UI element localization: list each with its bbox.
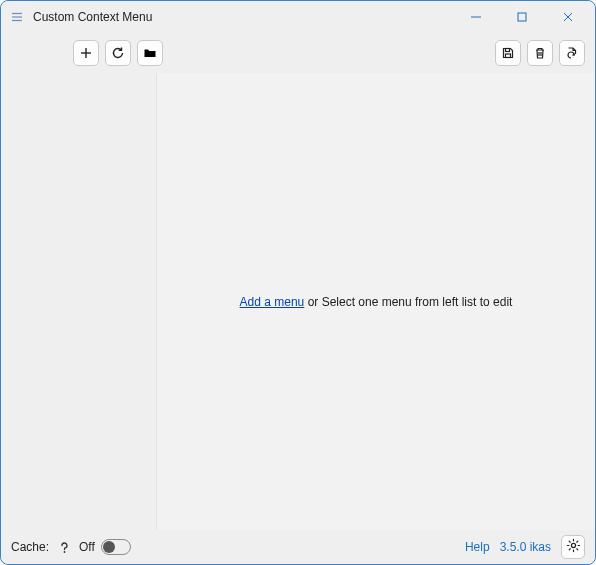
titlebar: Custom Context Menu xyxy=(1,1,595,33)
toolbar-right xyxy=(495,40,585,66)
svg-rect-9 xyxy=(506,49,510,52)
open-folder-button[interactable] xyxy=(137,40,163,66)
rename-button[interactable] xyxy=(559,40,585,66)
app-window: Custom Context Menu xyxy=(0,0,596,565)
window-title: Custom Context Menu xyxy=(33,10,152,24)
add-button[interactable] xyxy=(73,40,99,66)
status-left: Cache: Off xyxy=(11,538,459,556)
toolbar-left xyxy=(73,40,163,66)
cache-toggle[interactable] xyxy=(101,539,131,555)
save-button[interactable] xyxy=(495,40,521,66)
trash-icon xyxy=(533,46,547,60)
titlebar-left: Custom Context Menu xyxy=(9,9,453,25)
close-button[interactable] xyxy=(545,3,591,31)
refresh-button[interactable] xyxy=(105,40,131,66)
window-controls xyxy=(453,3,591,31)
gear-icon xyxy=(566,538,581,556)
svg-point-14 xyxy=(571,543,575,547)
minimize-button[interactable] xyxy=(453,3,499,31)
refresh-icon xyxy=(111,46,125,60)
empty-hint: Add a menu or Select one menu from left … xyxy=(240,295,513,309)
version-link[interactable]: 3.5.0 ikas xyxy=(500,540,551,554)
body-area: Add a menu or Select one menu from left … xyxy=(1,33,595,530)
toolbar xyxy=(1,33,595,73)
file-cycle-icon xyxy=(565,46,579,60)
statusbar: Cache: Off Help 3.5.0 ikas xyxy=(1,530,595,564)
svg-rect-10 xyxy=(506,54,511,58)
save-icon xyxy=(501,46,515,60)
settings-button[interactable] xyxy=(561,535,585,559)
svg-point-13 xyxy=(63,551,65,553)
hint-text: or Select one menu from left list to edi… xyxy=(304,295,512,309)
help-link[interactable]: Help xyxy=(465,540,490,554)
content-pane: Add a menu or Select one menu from left … xyxy=(156,73,595,530)
sidebar-list[interactable] xyxy=(1,73,156,530)
svg-rect-4 xyxy=(518,13,526,21)
add-menu-link[interactable]: Add a menu xyxy=(240,295,305,309)
plus-icon xyxy=(79,46,93,60)
status-right: Help 3.5.0 ikas xyxy=(465,535,585,559)
maximize-button[interactable] xyxy=(499,3,545,31)
cache-label: Cache: xyxy=(11,540,49,554)
folder-icon xyxy=(143,46,157,60)
toggle-knob xyxy=(103,541,115,553)
cache-state: Off xyxy=(79,540,95,554)
delete-button[interactable] xyxy=(527,40,553,66)
app-menu-icon[interactable] xyxy=(9,9,25,25)
question-icon[interactable] xyxy=(55,538,73,556)
main-split: Add a menu or Select one menu from left … xyxy=(1,73,595,530)
